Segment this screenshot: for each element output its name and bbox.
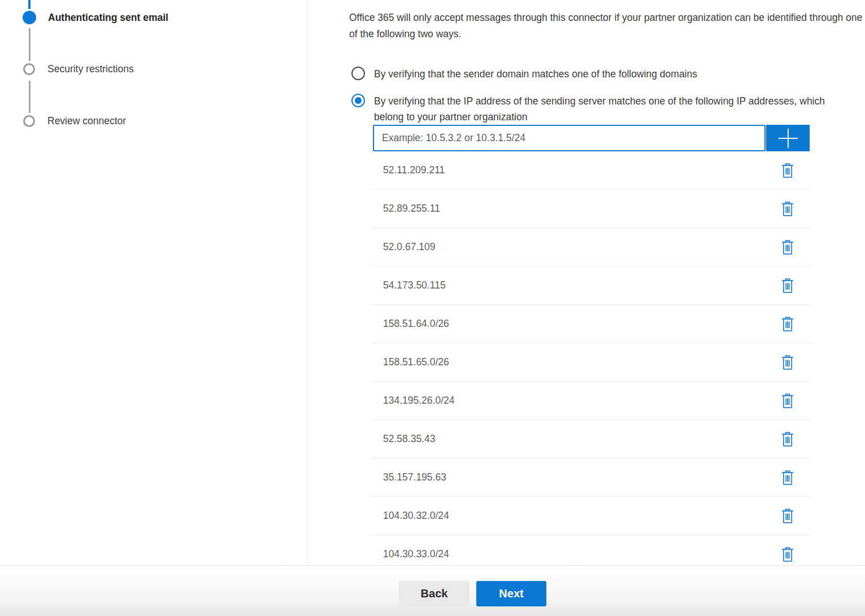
stepper-step-authenticating-sent-email: Authenticating sent email bbox=[23, 11, 168, 24]
delete-ip-button[interactable] bbox=[780, 200, 795, 218]
ip-address-value: 52.0.67.109 bbox=[383, 241, 435, 253]
delete-ip-button[interactable] bbox=[780, 430, 795, 448]
stepper-rail-top bbox=[28, 0, 31, 9]
trash-icon bbox=[781, 431, 794, 447]
trash-icon bbox=[781, 201, 794, 217]
ip-list-row: 52.58.35.43 bbox=[370, 420, 811, 458]
radio-option-label: By verifying that the sender domain matc… bbox=[374, 66, 697, 82]
delete-ip-button[interactable] bbox=[780, 238, 795, 256]
trash-icon bbox=[781, 393, 794, 409]
ip-address-value: 52.89.255.11 bbox=[383, 203, 440, 215]
ip-entry-row bbox=[373, 125, 810, 151]
delete-ip-button[interactable] bbox=[780, 469, 795, 487]
ip-address-value: 104.30.32.0/24 bbox=[383, 510, 449, 522]
stepper-connector bbox=[29, 28, 31, 61]
delete-ip-button[interactable] bbox=[780, 161, 795, 180]
stepper-step-review-connector: Review connector bbox=[23, 115, 126, 127]
ip-address-value: 104.30.33.0/24 bbox=[383, 548, 449, 560]
radio-option-sender-domain[interactable]: By verifying that the sender domain matc… bbox=[351, 66, 697, 82]
trash-icon bbox=[781, 547, 794, 562]
radio-option-ip-address[interactable]: By verifying that the IP address of the … bbox=[351, 93, 843, 125]
delete-ip-button[interactable] bbox=[780, 545, 795, 563]
wizard-stepper-sidebar: Authenticating sent email Security restr… bbox=[0, 0, 308, 565]
ip-address-value: 54.173.50.115 bbox=[383, 279, 446, 291]
ip-list-row: 52.0.67.109 bbox=[370, 228, 811, 267]
ip-list-row: 158.51.65.0/26 bbox=[370, 343, 811, 382]
ip-list-row: 158.51.64.0/26 bbox=[370, 305, 811, 343]
trash-icon bbox=[781, 163, 794, 178]
radio-unchecked-icon[interactable] bbox=[351, 67, 365, 80]
plus-icon bbox=[777, 127, 799, 150]
step-idle-dot-icon bbox=[23, 115, 35, 127]
ip-list-row: 104.30.32.0/24 bbox=[370, 497, 811, 535]
ip-list-row: 54.173.50.115 bbox=[370, 267, 811, 305]
ip-address-value: 134.195.26.0/24 bbox=[383, 395, 455, 407]
stepper-step-security-restrictions: Security restrictions bbox=[23, 63, 134, 75]
trash-icon bbox=[781, 508, 794, 524]
radio-checked-icon[interactable] bbox=[351, 94, 365, 107]
trash-icon bbox=[781, 470, 794, 486]
delete-ip-button[interactable] bbox=[780, 392, 795, 410]
page-description: Office 365 will only accept messages thr… bbox=[349, 10, 865, 42]
step-label: Authenticating sent email bbox=[48, 12, 168, 24]
delete-ip-button[interactable] bbox=[780, 353, 795, 372]
ip-list-row: 134.195.26.0/24 bbox=[370, 382, 811, 420]
back-button[interactable]: Back bbox=[399, 581, 470, 606]
delete-ip-button[interactable] bbox=[780, 507, 795, 525]
ip-address-value: 35.157.195.63 bbox=[383, 471, 446, 483]
ip-list-row: 52.11.209.211 bbox=[370, 151, 811, 190]
ip-address-input[interactable] bbox=[373, 125, 766, 151]
next-button[interactable]: Next bbox=[476, 581, 546, 606]
trash-icon bbox=[781, 316, 794, 332]
ip-address-value: 158.51.64.0/26 bbox=[383, 318, 449, 330]
step-label: Review connector bbox=[47, 115, 126, 127]
delete-ip-button[interactable] bbox=[780, 315, 795, 333]
stepper-connector bbox=[29, 81, 31, 113]
delete-ip-button[interactable] bbox=[780, 277, 795, 295]
ip-address-value: 52.11.209.211 bbox=[383, 164, 445, 176]
ip-list-row: 52.89.255.11 bbox=[370, 190, 811, 228]
ip-address-value: 52.58.35.43 bbox=[383, 433, 435, 445]
step-label: Security restrictions bbox=[47, 63, 134, 75]
wizard-footer: Back Next bbox=[0, 565, 865, 616]
trash-icon bbox=[781, 278, 794, 294]
step-active-dot-icon bbox=[23, 11, 36, 24]
ip-address-list: 52.11.209.211 52.89.255.11 bbox=[370, 151, 811, 574]
trash-icon bbox=[781, 239, 794, 255]
step-idle-dot-icon bbox=[23, 63, 35, 75]
radio-option-label: By verifying that the IP address of the … bbox=[374, 93, 843, 125]
ip-list-row: 35.157.195.63 bbox=[370, 458, 811, 497]
ip-address-value: 158.51.65.0/26 bbox=[383, 356, 449, 368]
trash-icon bbox=[781, 355, 794, 370]
add-ip-button[interactable] bbox=[766, 125, 810, 151]
